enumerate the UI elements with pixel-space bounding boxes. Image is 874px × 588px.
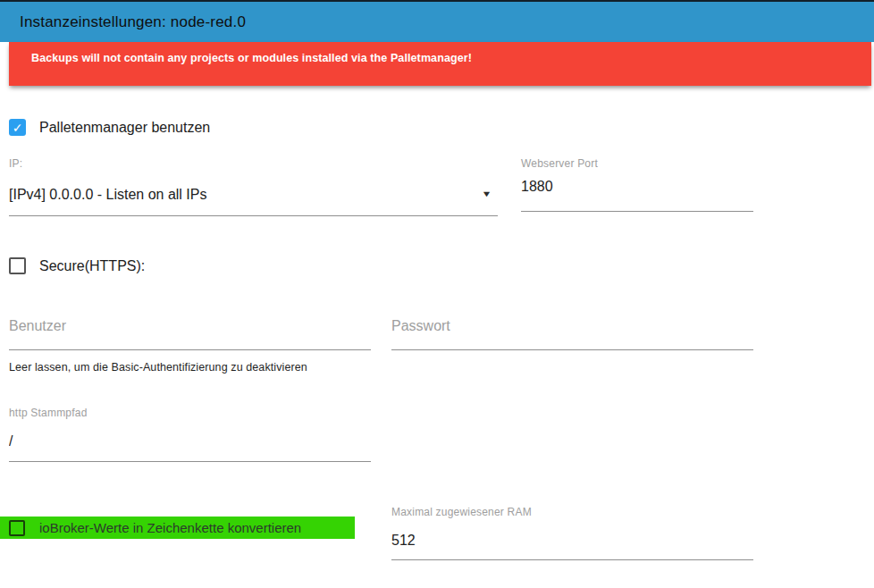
port-field-label: Webserver Port [521,157,753,170]
palletmanager-checkbox[interactable]: ✓ [9,119,26,136]
port-field: Webserver Port [521,157,753,212]
http-root-field: http Stammpfad [9,407,371,462]
ram-field-label: Maximal zugewiesener RAM [391,506,753,518]
convert-values-checkbox-row[interactable]: ioBroker-Werte in Zeichenkette konvertie… [0,517,355,539]
ram-input[interactable] [391,533,753,560]
user-field [9,316,371,350]
convert-values-checkbox-label[interactable]: ioBroker-Werte in Zeichenkette konvertie… [39,520,301,535]
secure-checkbox[interactable] [9,257,26,274]
ram-field: Maximal zugewiesener RAM [391,506,753,560]
http-root-field-label: http Stammpfad [9,407,371,419]
convert-values-checkbox[interactable] [9,520,25,536]
warning-banner: Backups will not contain any projects or… [9,42,871,86]
instance-settings-dialog: Instanzeinstellungen: node-red.0 Backups… [0,0,874,588]
checkmark-icon: ✓ [13,122,23,134]
http-root-input[interactable] [9,433,371,462]
password-field [391,316,753,350]
ip-select-value: [IPv4] 0.0.0.0 - Listen on all IPs [9,186,483,203]
user-helper-text: Leer lassen, um die Basic-Authentifizier… [9,361,307,374]
dropdown-arrow-icon: ▼ [482,186,492,203]
ip-select[interactable]: [IPv4] 0.0.0.0 - Listen on all IPs ▼ [9,186,498,216]
ip-field-label: IP: [9,157,498,170]
secure-checkbox-row[interactable]: Secure(HTTPS): [9,257,145,274]
user-input[interactable] [9,316,371,350]
dialog-header: Instanzeinstellungen: node-red.0 [0,0,874,42]
password-input[interactable] [391,316,753,350]
secure-checkbox-label[interactable]: Secure(HTTPS): [39,258,145,274]
dialog-title: Instanzeinstellungen: node-red.0 [20,13,246,31]
port-input[interactable] [521,179,753,212]
palletmanager-checkbox-label[interactable]: Palletenmanager benutzen [39,120,210,136]
warning-text: Backups will not contain any projects or… [31,52,871,64]
palletmanager-checkbox-row[interactable]: ✓ Palletenmanager benutzen [9,119,210,136]
ip-field: IP: [IPv4] 0.0.0.0 - Listen on all IPs ▼ [9,157,498,216]
